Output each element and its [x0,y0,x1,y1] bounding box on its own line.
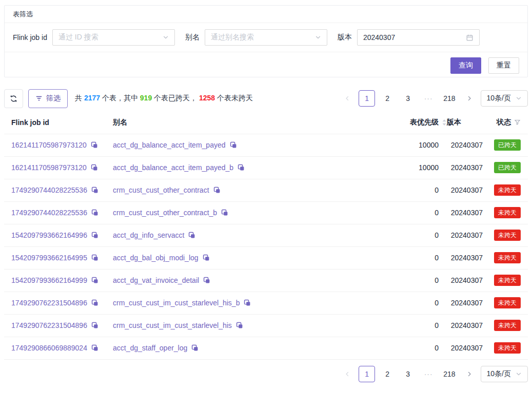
col-header-version: 版本 [447,111,485,134]
copy-icon[interactable] [236,322,243,329]
filter-button[interactable]: 筛选 [28,89,68,108]
table-row: 1749290744028225536 crm_cust_cust_other_… [4,179,528,201]
refresh-button[interactable] [4,89,23,108]
priority-cell: 10000 [385,134,447,156]
alias-link[interactable]: crm_cust_cust_other_contract [113,186,209,194]
copy-icon[interactable] [203,277,210,284]
flink-job-id-link[interactable]: 1749290762231504896 [11,321,87,329]
alias-link[interactable]: acct_dg_balance_acct_item_payed [113,141,226,149]
flink-job-id-link[interactable]: 1749290744028225536 [11,209,87,217]
status-badge: 未跨天 [494,342,521,354]
page-button-2[interactable]: 2 [379,366,396,382]
copy-icon[interactable] [221,209,228,216]
filter-funnel-icon[interactable] [514,119,521,126]
version-cell: 20240307 [447,337,485,359]
copy-icon[interactable] [91,344,98,351]
alias-link[interactable]: acct_dg_balance_acct_item_payed_b [113,163,233,172]
copy-icon[interactable] [203,254,210,261]
flink-job-id-link[interactable]: 1621411705987973120 [11,163,87,172]
copy-icon[interactable] [213,187,221,194]
pagination-bottom: 123···21810条/页 [340,366,528,382]
col-header-priority[interactable]: 表优先级 [385,111,447,134]
alias-link[interactable]: acct_dg_staff_oper_log [113,344,187,352]
copy-icon[interactable] [91,277,98,284]
reset-button[interactable]: 重置 [488,57,519,74]
page-size-select[interactable]: 10条/页 [481,90,528,107]
table-row: 1621411705987973120 acct_dg_balance_acct… [4,156,528,179]
jump-pages-ellipsis[interactable]: ··· [420,366,437,382]
page-size-select[interactable]: 10条/页 [481,366,528,382]
calendar-icon [466,34,474,42]
page-button-218[interactable]: 218 [441,90,458,107]
page-button-3[interactable]: 3 [400,90,416,107]
flink-job-id-link[interactable]: 1542097993662164995 [11,254,87,262]
alias-select[interactable]: 通过别名搜索 [205,29,327,46]
copy-icon[interactable] [91,164,98,171]
summary-part: 共 [75,94,84,102]
page-button-3[interactable]: 3 [400,366,416,382]
priority-cell: 0 [385,269,447,292]
alias-link[interactable]: acct_dg_bal_obj_modi_log [113,254,199,262]
table-row: 1542097993662164995 acct_dg_bal_obj_modi… [4,246,528,269]
filter-card: 表筛选 Flink job id 通过 ID 搜索 别名 通过别名搜索 [4,5,528,77]
jump-pages-ellipsis[interactable]: ··· [420,90,437,107]
flink-job-id-link[interactable]: 1749290744028225536 [11,186,87,194]
summary-part: 个表，其中 [100,94,140,102]
page-button-1[interactable]: 1 [359,366,375,382]
col-header-flink-job-id: Flink job id [4,111,105,134]
version-cell: 20240307 [447,201,485,224]
status-badge: 未跨天 [494,230,521,241]
form-item-version: 版本 20240307 [338,29,480,46]
version-date-input[interactable]: 20240307 [357,29,480,46]
copy-icon[interactable] [244,299,251,306]
version-cell: 20240307 [447,269,485,292]
tables-grid: Flink job id 别名 表优先级 版本 状态 [4,111,528,360]
copy-icon[interactable] [91,209,98,216]
filter-button-label: 筛选 [46,94,61,103]
prev-page-button[interactable] [340,366,354,382]
page-button-1[interactable]: 1 [359,90,375,107]
flink-id-select[interactable]: 通过 ID 搜索 [52,29,175,46]
copy-icon[interactable] [91,254,98,261]
next-page-button[interactable] [462,90,477,107]
query-button[interactable]: 查询 [450,57,481,74]
copy-icon[interactable] [91,322,98,329]
bottom-bar: 123···21810条/页 [4,366,528,382]
flink-job-id-link[interactable]: 1542097993662164996 [11,231,87,239]
alias-link[interactable]: crm_cust_cust_im_cust_starlevel_his_b [113,299,240,307]
priority-cell: 10000 [385,156,447,179]
col-header-status[interactable]: 状态 [485,111,528,134]
page-button-218[interactable]: 218 [441,366,458,382]
flink-job-id-link[interactable]: 1542097993662164999 [11,276,87,284]
chevron-down-icon [516,371,522,377]
priority-cell: 0 [385,179,447,201]
alias-link[interactable]: acct_dg_vat_invoice_detail [113,276,199,284]
flink-job-id-link[interactable]: 1621411705987973120 [11,141,87,149]
priority-cell: 0 [385,201,447,224]
copy-icon[interactable] [238,164,245,171]
status-badge: 未跨天 [494,184,521,196]
status-header-label: 状态 [497,118,511,127]
copy-icon[interactable] [91,232,98,239]
version-cell: 20240307 [447,246,485,269]
flink-job-id-link[interactable]: 1749290762231504896 [11,299,87,307]
alias-link[interactable]: acct_dg_info_servacct [113,231,184,239]
sorter-icon [442,119,447,126]
copy-icon[interactable] [91,187,98,194]
copy-icon[interactable] [91,141,98,149]
flink-job-id-link[interactable]: 1749290866069889024 [11,344,87,352]
page: 表筛选 Flink job id 通过 ID 搜索 别名 通过别名搜索 [0,0,532,382]
chevron-down-icon [516,95,522,101]
copy-icon[interactable] [191,344,199,351]
copy-icon[interactable] [188,232,195,239]
summary-text: 共 2177 个表，其中 919 个表已跨天， 1258 个表未跨天 [75,94,253,103]
status-badge: 未跨天 [494,297,521,308]
alias-link[interactable]: crm_cust_cust_im_cust_starlevel_his [113,321,232,329]
copy-icon[interactable] [91,299,98,306]
page-button-2[interactable]: 2 [379,90,396,107]
alias-link[interactable]: crm_cust_cust_other_contract_b [113,209,217,217]
next-page-button[interactable] [462,366,477,382]
prev-page-button[interactable] [340,90,354,107]
table-row: 1542097993662164996 acct_dg_info_servacc… [4,224,528,246]
copy-icon[interactable] [230,141,237,149]
